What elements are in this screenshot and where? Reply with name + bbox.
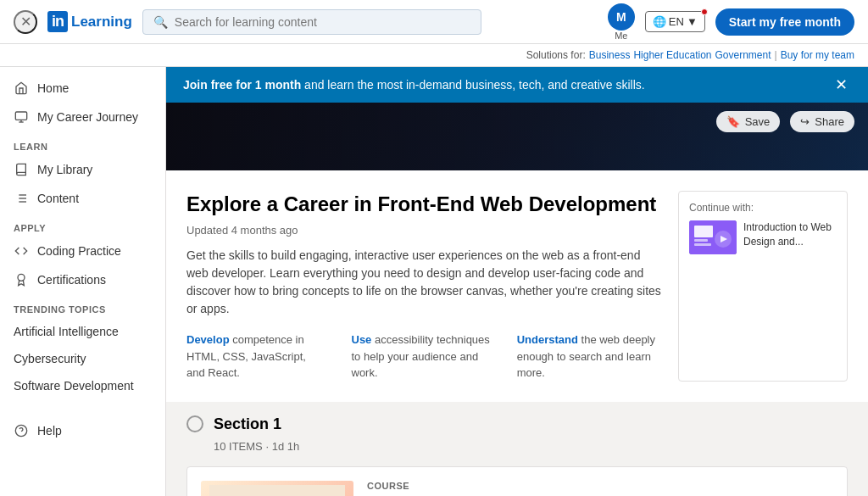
top-bar-right: M Me 🌐 EN ▼ Start my free month — [608, 3, 854, 41]
solutions-government[interactable]: Government — [715, 49, 771, 61]
save-label: Save — [745, 115, 771, 128]
promo-close-button[interactable]: ✕ — [832, 75, 851, 94]
section-title: Section 1 — [214, 415, 281, 433]
thumbnail-image — [201, 481, 353, 496]
coding-icon — [14, 243, 29, 259]
section-duration: 1d 1h — [272, 440, 300, 453]
language-icon: 🌐 — [653, 15, 666, 28]
svg-rect-0 — [15, 112, 26, 120]
highlight1-strong: Develop — [186, 333, 230, 346]
promo-bold: Join free for 1 month — [183, 78, 301, 92]
svg-rect-17 — [209, 485, 345, 496]
highlight-1: Develop competence in HTML, CSS, JavaScr… — [186, 332, 326, 382]
course-info: Explore a Career in Front-End Web Develo… — [186, 191, 661, 382]
course-updated: Updated 4 months ago — [186, 224, 661, 237]
hero-actions: 🔖 Save ↪ Share — [716, 111, 854, 132]
bookmark-icon: 🔖 — [726, 115, 740, 128]
content-area: Join free for 1 month and learn the most… — [166, 67, 868, 496]
share-button[interactable]: ↪ Share — [790, 111, 854, 132]
promo-banner: Join free for 1 month and learn the most… — [166, 67, 868, 103]
highlight2-strong: Use — [352, 333, 372, 346]
hero-section: 🔖 Save ↪ Share — [166, 103, 868, 170]
search-icon: 🔍 — [153, 15, 168, 29]
avatar: M — [608, 3, 635, 31]
sidebar-item-career[interactable]: My Career Journey — [0, 103, 165, 131]
search-bar[interactable]: 🔍 — [142, 9, 481, 35]
sidebar-library-label: My Library — [37, 163, 92, 176]
course-highlights: Develop competence in HTML, CSS, JavaScr… — [186, 332, 661, 382]
sidebar-item-home[interactable]: Home — [0, 74, 165, 103]
sidebar-item-certs[interactable]: Certifications — [0, 265, 165, 294]
language-button[interactable]: 🌐 EN ▼ — [645, 11, 705, 32]
section-sep: · — [265, 440, 271, 453]
notification-dot — [701, 8, 708, 15]
top-bar: ✕ in Learning 🔍 M Me 🌐 EN ▼ Start my fre… — [0, 0, 868, 44]
sidebar-home-label: Home — [37, 81, 69, 95]
home-icon — [14, 81, 29, 96]
continue-label: Continue with: — [689, 202, 837, 214]
svg-rect-14 — [694, 239, 708, 242]
sidebar: Home My Career Journey Learn My Library … — [0, 67, 166, 496]
sidebar-item-coding[interactable]: Coding Practice — [0, 237, 165, 265]
sidebar-career-label: My Career Journey — [37, 110, 138, 124]
section-header: Section 1 — [186, 415, 848, 433]
highlight2-text: accessibility techniques to help your au… — [352, 333, 490, 379]
continue-inner: Introduction to Web Design and... — [689, 220, 837, 254]
sidebar-item-library[interactable]: My Library — [0, 155, 165, 184]
course-title: Explore a Career in Front-End Web Develo… — [186, 191, 661, 217]
language-label: EN — [669, 15, 684, 28]
solutions-label: Solutions for: — [526, 49, 586, 61]
content-icon — [14, 191, 29, 206]
continue-card[interactable]: Continue with: Introduction to Web Desig… — [678, 191, 848, 382]
apply-section-label: Apply — [0, 213, 165, 237]
highlight-2: Use accessibility techniques to help you… — [352, 332, 492, 382]
start-free-button[interactable]: Start my free month — [715, 8, 854, 36]
sidebar-item-content[interactable]: Content — [0, 184, 165, 213]
continue-thumbnail — [689, 220, 737, 254]
promo-banner-text: Join free for 1 month and learn the most… — [183, 78, 645, 92]
highlight-3: Understand the web deeply enough to sear… — [517, 332, 661, 382]
svg-rect-13 — [694, 226, 713, 237]
sidebar-help-label: Help — [37, 424, 62, 437]
highlight3-strong: Understand — [517, 333, 578, 346]
sidebar-certs-label: Certifications — [37, 273, 106, 287]
me-label: Me — [615, 31, 627, 41]
sidebar-topic-ai[interactable]: Artificial Intelligence — [0, 318, 165, 345]
buy-for-team-link[interactable]: Buy for my team — [781, 49, 854, 61]
separator: | — [775, 49, 777, 61]
cert-icon — [14, 272, 29, 287]
me-menu[interactable]: M Me — [608, 3, 635, 41]
sidebar-item-help[interactable]: Help — [0, 416, 165, 445]
share-icon: ↪ — [800, 115, 810, 128]
sidebar-content-label: Content — [37, 192, 79, 205]
sidebar-topic-softdev[interactable]: Software Development — [0, 372, 165, 399]
course-description: Get the skills to build engaging, intera… — [186, 247, 661, 318]
course-thumbnail: 1h 54m — [201, 481, 353, 496]
section-items: 10 ITEMS — [214, 440, 263, 453]
svg-rect-15 — [694, 243, 711, 246]
sidebar-coding-label: Coding Practice — [37, 244, 121, 258]
solutions-higher-ed[interactable]: Higher Education — [633, 49, 711, 61]
career-icon — [14, 109, 29, 125]
continue-course-text: Introduction to Web Design and... — [743, 220, 837, 249]
trending-section-label: Trending topics — [0, 294, 165, 318]
linkedin-logo[interactable]: in Learning — [47, 11, 132, 32]
main-layout: Home My Career Journey Learn My Library … — [0, 67, 868, 496]
section-meta: 10 ITEMS · 1d 1h — [214, 440, 848, 453]
sidebar-topic-cyber[interactable]: Cybersecurity — [0, 345, 165, 372]
course-type: COURSE — [367, 481, 833, 491]
share-label: Share — [815, 115, 844, 128]
section-circle — [186, 415, 203, 432]
course-item-card[interactable]: 1h 54m COURSE Introduction to Web Design… — [186, 466, 848, 496]
learn-section-label: Learn — [0, 131, 165, 155]
linkedin-icon: in — [47, 11, 68, 32]
close-button[interactable]: ✕ — [14, 10, 37, 34]
library-icon — [14, 162, 29, 177]
svg-point-9 — [18, 274, 25, 281]
search-input[interactable] — [175, 15, 470, 29]
chevron-down-icon: ▼ — [687, 15, 698, 28]
solutions-business[interactable]: Business — [589, 49, 631, 61]
help-icon — [14, 423, 29, 438]
save-button[interactable]: 🔖 Save — [716, 111, 781, 132]
section-area: Section 1 10 ITEMS · 1d 1h — [166, 402, 868, 496]
